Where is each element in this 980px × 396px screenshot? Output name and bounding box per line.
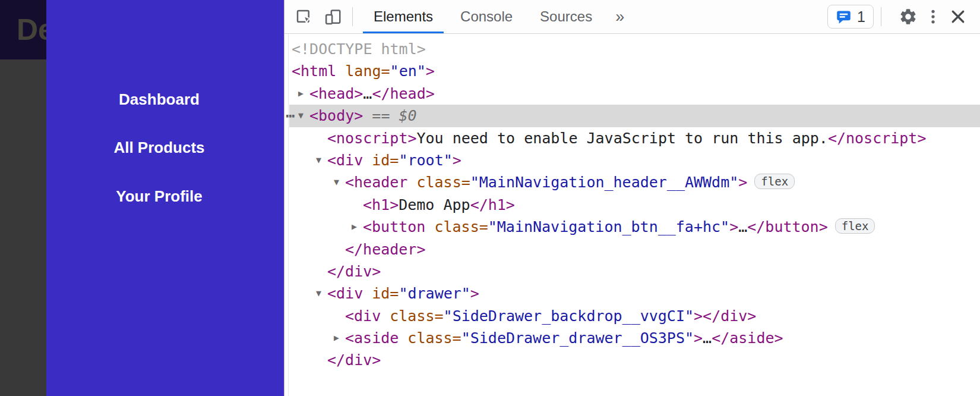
issues-count: 1 xyxy=(857,8,865,26)
close-devtools-button[interactable] xyxy=(946,4,970,29)
row-overflow-dots-icon[interactable]: ⋯ xyxy=(286,105,295,127)
dom-tree-row[interactable]: <div class="SideDrawer_backdrop__vvgCI">… xyxy=(284,305,980,327)
devtools-toolbar: ElementsConsoleSources » 1 xyxy=(284,0,980,34)
screenshot-root: Demo App DashboardAll ProductsYour Profi… xyxy=(0,0,980,396)
inspect-cursor-icon xyxy=(295,8,312,26)
code-segment: </div> xyxy=(703,307,756,325)
code-segment: > xyxy=(694,307,703,325)
code-segment: … xyxy=(738,218,747,235)
dom-tree-row[interactable]: </div> xyxy=(284,349,980,371)
dom-tree-row[interactable]: ▼<div id="drawer"> xyxy=(284,282,980,304)
code-segment: class= xyxy=(390,307,443,325)
code-segment: $0 xyxy=(399,107,417,124)
devtools-panel: ElementsConsoleSources » 1 xyxy=(284,0,980,396)
tab-elements[interactable]: Elements xyxy=(360,0,447,33)
tab-sources[interactable]: Sources xyxy=(526,0,606,33)
issues-chat-icon xyxy=(836,9,852,25)
code-segment: id= xyxy=(372,152,399,169)
expand-arrow-icon[interactable]: ▶ xyxy=(298,83,304,105)
code-segment: <div xyxy=(345,307,390,325)
collapse-arrow-icon[interactable]: ▼ xyxy=(316,282,321,304)
code-segment: class= xyxy=(434,218,488,235)
code-segment: > xyxy=(453,152,461,169)
settings-button[interactable] xyxy=(896,4,921,29)
code-segment: </aside> xyxy=(712,329,783,347)
expand-arrow-icon[interactable]: ▶ xyxy=(352,216,357,238)
code-segment: lang= xyxy=(345,62,390,80)
dom-tree-row[interactable]: ▶<button class="MainNavigation_btn__fa+h… xyxy=(284,216,980,238)
inspect-element-button[interactable] xyxy=(292,5,315,29)
code-segment: class= xyxy=(416,174,470,191)
code-segment: </button> xyxy=(747,218,827,235)
dom-tree-row[interactable]: <h1>Demo App</h1> xyxy=(284,194,980,216)
code-segment: <button xyxy=(363,218,434,235)
flex-badge[interactable]: flex xyxy=(835,218,875,234)
code-segment: <aside xyxy=(345,329,407,347)
code-segment: "drawer" xyxy=(399,285,470,302)
dom-tree-row[interactable]: ▶<head>…</head> xyxy=(284,83,980,105)
device-toolbar-button[interactable] xyxy=(321,5,345,29)
code-segment: == xyxy=(363,107,399,124)
more-options-button[interactable] xyxy=(921,4,946,29)
dom-tree-row[interactable]: <noscript>You need to enable JavaScript … xyxy=(284,127,980,149)
code-segment: </div> xyxy=(327,263,381,280)
collapse-arrow-icon[interactable]: ▼ xyxy=(316,149,321,171)
device-toolbar-icon xyxy=(324,8,342,26)
code-segment: "SideDrawer_drawer__OS3PS" xyxy=(461,329,694,347)
drawer-link-dashboard[interactable]: Dashboard xyxy=(40,90,278,109)
kebab-menu-icon xyxy=(924,8,942,26)
collapse-arrow-icon[interactable]: ▼ xyxy=(334,171,339,193)
expand-arrow-icon[interactable]: ▶ xyxy=(334,327,339,349)
dom-tree-row[interactable]: ▼<div id="root"> xyxy=(284,149,980,171)
gear-icon xyxy=(899,7,918,26)
collapse-arrow-icon[interactable]: ▼ xyxy=(298,105,304,127)
code-segment: > xyxy=(729,218,738,235)
code-segment: "MainNavigation_header__AWWdm" xyxy=(470,174,739,191)
issues-button[interactable]: 1 xyxy=(827,5,874,29)
code-segment: <header xyxy=(345,174,416,191)
dom-tree-row[interactable]: </header> xyxy=(284,238,980,260)
code-segment: … xyxy=(363,85,372,102)
flex-badge[interactable]: flex xyxy=(754,174,795,189)
code-segment: <body> xyxy=(309,107,363,124)
code-segment: You need to enable JavaScript to run thi… xyxy=(417,130,828,147)
dom-tree-row[interactable]: <html lang="en"> xyxy=(284,60,980,82)
code-segment: </div> xyxy=(327,351,381,369)
drawer-link-all-products[interactable]: All Products xyxy=(40,138,278,157)
code-segment: </h1> xyxy=(470,196,515,213)
code-segment: Demo App xyxy=(399,196,470,213)
side-drawer: DashboardAll ProductsYour Profile xyxy=(46,0,284,396)
code-segment: … xyxy=(703,329,712,347)
code-segment: "MainNavigation_btn__fa+hc" xyxy=(488,218,729,235)
close-icon xyxy=(949,8,967,26)
code-segment: > xyxy=(470,285,479,302)
dom-tree-row[interactable]: ⋯▼<body> == $0 xyxy=(284,105,980,127)
code-segment: > xyxy=(694,329,703,347)
code-segment: "root" xyxy=(399,152,452,169)
devtools-tabs: ElementsConsoleSources xyxy=(360,0,606,33)
drawer-link-your-profile[interactable]: Your Profile xyxy=(40,187,278,206)
code-segment: > xyxy=(738,174,747,191)
dom-tree-row[interactable]: ▶<aside class="SideDrawer_drawer__OS3PS"… xyxy=(284,327,980,349)
toolbar-right-group: 1 xyxy=(827,0,980,33)
code-segment: <div xyxy=(327,152,372,169)
dom-tree-row[interactable]: ▼<header class="MainNavigation_header__A… xyxy=(284,171,980,193)
more-tabs-button[interactable]: » xyxy=(606,0,634,33)
toolbar-separator xyxy=(352,7,353,26)
code-segment: <head> xyxy=(309,85,363,102)
code-segment: </head> xyxy=(372,85,434,102)
code-segment: class= xyxy=(407,329,461,347)
code-segment: <div xyxy=(327,285,372,302)
dom-tree-row[interactable]: <!DOCTYPE html> xyxy=(284,38,980,60)
app-page: Demo App DashboardAll ProductsYour Profi… xyxy=(0,0,284,396)
code-segment: "SideDrawer_backdrop__vvgCI" xyxy=(444,307,694,325)
code-segment: <!DOCTYPE html> xyxy=(292,40,426,58)
code-segment: id= xyxy=(372,285,399,302)
tab-console[interactable]: Console xyxy=(447,0,526,33)
code-segment: "en" xyxy=(390,62,426,80)
toolbar-separator xyxy=(881,7,881,26)
dom-tree-row[interactable]: </div> xyxy=(284,260,980,282)
code-segment: > xyxy=(426,62,435,80)
code-segment: </noscript> xyxy=(828,130,927,147)
code-segment: <noscript> xyxy=(327,130,417,147)
